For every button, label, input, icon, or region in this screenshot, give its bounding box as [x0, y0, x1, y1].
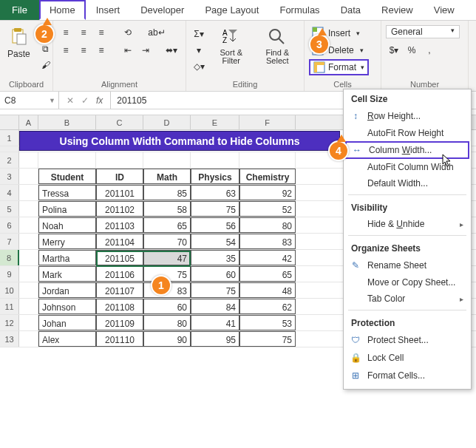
cell-D6[interactable]: 65 — [143, 217, 191, 233]
pagelayout-tab[interactable]: Page Layout — [194, 0, 269, 20]
cell-B4[interactable]: Tressa — [38, 185, 96, 200]
cell-B12[interactable]: Johan — [38, 315, 96, 330]
row-head-3[interactable]: 3 — [0, 169, 19, 184]
menu-tab-color[interactable]: Tab Color▸ — [344, 291, 471, 307]
cell-F7[interactable]: 83 — [239, 234, 296, 249]
row-head-10[interactable]: 10 — [0, 282, 19, 298]
cell-B11[interactable]: Johnson — [38, 299, 96, 314]
fill-button[interactable]: ▾ — [191, 43, 207, 58]
select-all-corner[interactable] — [0, 115, 19, 129]
cell-E12[interactable]: 41 — [191, 315, 239, 330]
sort-filter-button[interactable]: AZ Sort & Filter — [211, 25, 251, 67]
cell-D13[interactable]: 90 — [143, 331, 191, 347]
cell-E4[interactable]: 63 — [191, 185, 239, 200]
merge-button[interactable]: ⬌▾ — [161, 43, 182, 58]
cell-E8[interactable]: 35 — [191, 250, 239, 265]
cell-B6[interactable]: Noah — [38, 217, 96, 233]
enter-formula-icon[interactable]: ✓ — [81, 95, 89, 106]
menu-rename-sheet[interactable]: ✎Rename Sheet — [344, 257, 471, 274]
decrease-indent-button[interactable]: ⇤ — [120, 43, 136, 58]
cell-F10[interactable]: 48 — [239, 282, 296, 298]
cell-C4[interactable]: 201101 — [96, 185, 143, 200]
align-right-button[interactable]: ≡ — [93, 43, 109, 58]
cell-C11[interactable]: 201108 — [96, 299, 143, 314]
row-head-13[interactable]: 13 — [0, 331, 19, 347]
menu-move-copy[interactable]: Move or Copy Sheet... — [344, 274, 471, 291]
name-box[interactable]: C8▼ — [0, 92, 59, 109]
cell-E5[interactable]: 75 — [191, 201, 239, 217]
paste-button[interactable]: Paste — [4, 25, 33, 61]
cancel-formula-icon[interactable]: ✕ — [67, 95, 74, 106]
col-B[interactable]: B — [38, 115, 96, 129]
header-math[interactable]: Math — [143, 169, 191, 184]
cell-F5[interactable]: 52 — [239, 201, 296, 217]
cell-D11[interactable]: 60 — [143, 299, 191, 314]
cell-F11[interactable]: 62 — [239, 299, 296, 314]
home-tab[interactable]: Home — [39, 0, 86, 20]
menu-autofit-row[interactable]: AutoFit Row Height — [344, 125, 471, 141]
cell-B8[interactable]: Martha — [38, 250, 96, 265]
cell-C9[interactable]: 201106 — [96, 266, 143, 282]
cell-C10[interactable]: 201107 — [96, 282, 143, 298]
row-head-1[interactable]: 1 — [0, 130, 19, 146]
wrap-text-button[interactable]: ab↵ — [146, 25, 167, 40]
align-bottom-button[interactable]: ≡ — [93, 25, 109, 40]
menu-hide-unhide[interactable]: Hide & Unhide▸ — [344, 216, 471, 232]
cell-B7[interactable]: Merry — [38, 234, 96, 249]
cell-B13[interactable]: Alex — [38, 331, 96, 347]
clear-button[interactable]: ◇▾ — [191, 59, 207, 74]
align-center-button[interactable]: ≡ — [75, 43, 92, 58]
fx-icon[interactable]: fx — [96, 95, 103, 106]
header-chemistry[interactable]: Chemistry — [239, 169, 296, 184]
cell-C6[interactable]: 201103 — [96, 217, 143, 233]
row-head-7[interactable]: 7 — [0, 234, 19, 249]
align-middle-button[interactable]: ≡ — [75, 25, 92, 40]
header-student[interactable]: Student — [38, 169, 96, 184]
percent-button[interactable]: % — [404, 43, 420, 58]
header-id[interactable]: ID — [96, 169, 143, 184]
row-head-9[interactable]: 9 — [0, 266, 19, 282]
cell-E7[interactable]: 54 — [191, 234, 239, 249]
number-format-select[interactable]: General▾ — [386, 25, 460, 38]
formula-value[interactable]: 201105 — [111, 95, 146, 106]
menu-lock-cell[interactable]: 🔒Lock Cell — [344, 349, 471, 367]
orientation-button[interactable]: ⟲ — [120, 25, 136, 40]
cell-C7[interactable]: 201104 — [96, 234, 143, 249]
col-A[interactable]: A — [19, 115, 38, 129]
col-F[interactable]: F — [239, 115, 296, 129]
find-select-button[interactable]: Find & Select — [256, 25, 299, 67]
increase-indent-button[interactable]: ⇥ — [137, 43, 154, 58]
cell-D12[interactable]: 80 — [143, 315, 191, 330]
menu-default-width[interactable]: Default Width... — [344, 175, 471, 191]
cell-F6[interactable]: 80 — [239, 217, 296, 233]
cell-B10[interactable]: Jordan — [38, 282, 96, 298]
col-E[interactable]: E — [191, 115, 239, 129]
col-C[interactable]: C — [96, 115, 143, 129]
cell-F9[interactable]: 65 — [239, 266, 296, 282]
comma-button[interactable]: , — [421, 43, 438, 58]
row-head-4[interactable]: 4 — [0, 185, 19, 200]
cell-C12[interactable]: 201109 — [96, 315, 143, 330]
insert-tab[interactable]: Insert — [86, 0, 131, 20]
cell-D8[interactable]: 47 — [143, 250, 191, 265]
menu-row-height[interactable]: ↕Row Row Height...Height... — [344, 107, 471, 125]
cell-E6[interactable]: 56 — [191, 217, 239, 233]
cell-D7[interactable]: 70 — [143, 234, 191, 249]
row-head-8[interactable]: 8 — [0, 250, 19, 265]
cell-D4[interactable]: 85 — [143, 185, 191, 200]
cell-F12[interactable]: 53 — [239, 315, 296, 330]
developer-tab[interactable]: Developer — [130, 0, 194, 20]
menu-format-cells[interactable]: ⊞Format Cells... — [344, 367, 471, 384]
formulas-tab[interactable]: Formulas — [269, 0, 330, 20]
cell-E13[interactable]: 95 — [191, 331, 239, 347]
cell-F4[interactable]: 92 — [239, 185, 296, 200]
file-tab[interactable]: File — [0, 0, 39, 20]
cell-C8[interactable]: 201105 — [96, 250, 143, 265]
cell-D5[interactable]: 58 — [143, 201, 191, 217]
align-top-button[interactable]: ≡ — [58, 25, 74, 40]
autosum-button[interactable]: Σ▾ — [191, 27, 207, 41]
row-head-5[interactable]: 5 — [0, 201, 19, 217]
col-D[interactable]: D — [143, 115, 191, 129]
header-physics[interactable]: Physics — [191, 169, 239, 184]
view-tab[interactable]: View — [424, 0, 465, 20]
